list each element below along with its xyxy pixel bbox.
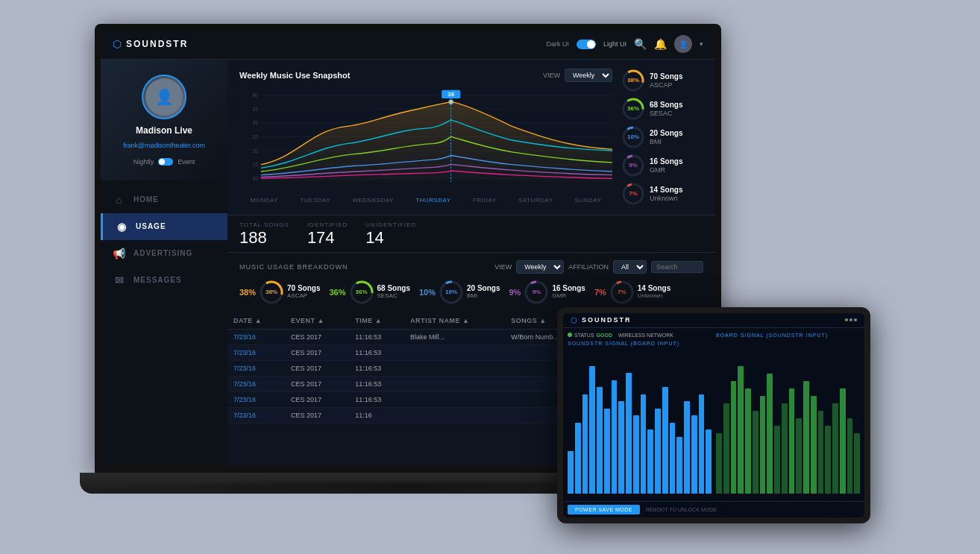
- chart-main: Weekly Music Use Snapshot VIEW Weekly: [239, 69, 612, 206]
- bd-ring-ascap: 38%: [259, 280, 284, 305]
- chart-canvas: 40 35 30 25 20 15 10: [239, 88, 612, 192]
- chart-section: Weekly Music Use Snapshot VIEW Weekly: [227, 60, 715, 215]
- bar-10: [633, 415, 639, 494]
- col-time[interactable]: TIME ▲: [349, 312, 404, 330]
- notifications-icon[interactable]: 🔔: [654, 38, 667, 50]
- sidebar-item-label-usage: USAGE: [136, 222, 166, 230]
- stat-pct-bmi: 10%: [621, 125, 645, 149]
- bd-info-sesac: 68 Songs SESAC: [377, 285, 410, 299]
- bd-ring-bmi: 10%: [439, 280, 464, 305]
- logo-area: ⬡ SOUNDSTR: [113, 38, 188, 50]
- bar-15: [670, 423, 676, 494]
- bd-pct-unknown: 7%: [594, 288, 606, 297]
- sidebar-item-messages[interactable]: ✉ MESSAGES: [101, 267, 227, 294]
- rbar-15: [818, 411, 824, 494]
- sidebar-item-usage[interactable]: ◉ USAGE: [101, 213, 227, 240]
- tablet-left: STATUS GOOD WIRELESS NETWORK SOUNDSTR SI…: [568, 333, 712, 497]
- tablet-nav: ⬡ SOUNDSTR: [563, 313, 864, 328]
- rbar-13: [803, 381, 809, 494]
- breakdown-bmi: 10% 10% 20 Song: [419, 280, 500, 305]
- sidebar-item-advertising[interactable]: 📢 ADVERTISING: [101, 240, 227, 267]
- stat-org-sesac: SESAC: [650, 110, 682, 117]
- breakdown-controls: VIEW Weekly AFFILIATION All: [494, 260, 703, 274]
- breakdown-search[interactable]: [651, 261, 703, 273]
- profile-avatar: 👤: [142, 75, 186, 119]
- breakdown-title: MUSIC USAGE BREAKDOWN: [239, 263, 489, 271]
- bd-ring-sesac: 36%: [349, 280, 374, 305]
- stat-songs-sesac: 68 Songs: [650, 101, 682, 109]
- rbar-12: [796, 418, 802, 494]
- bd-songs-unknown: 14 Songs: [638, 285, 670, 292]
- stat-sesac: 36% 68 Songs SESAC: [621, 97, 703, 121]
- breakdown-view-select[interactable]: Weekly: [516, 260, 564, 274]
- theme-toggle[interactable]: [577, 40, 596, 49]
- rbar-5: [745, 388, 751, 494]
- stat-info-sesac: 68 Songs SESAC: [650, 101, 682, 117]
- status-label: STATUS: [574, 333, 594, 338]
- rbar-9: [774, 426, 780, 493]
- total-songs-label: TOTAL SONGS: [239, 221, 289, 228]
- breakdown-gmr: 9% 9% 16 Songs: [509, 280, 585, 305]
- bd-songs-sesac: 68 Songs: [377, 285, 410, 292]
- avatar[interactable]: 👤: [674, 35, 692, 53]
- profile-email: frank@madisontheater.com: [123, 142, 205, 149]
- sidebar-item-label-home: HOME: [134, 195, 159, 204]
- bar-8: [618, 401, 624, 494]
- rbar-20: [854, 433, 860, 493]
- light-ui-label: Light UI: [603, 40, 626, 48]
- bd-info-gmr: 16 Songs GMR: [552, 285, 585, 299]
- chart-title: Weekly Music Use Snapshot: [239, 71, 350, 80]
- svg-text:25: 25: [253, 134, 259, 139]
- col-event[interactable]: EVENT ▲: [285, 312, 349, 330]
- view-control: VIEW Weekly: [543, 69, 612, 82]
- messages-icon: ✉: [113, 274, 126, 286]
- view-select[interactable]: Weekly: [565, 69, 612, 82]
- stat-pct-ascap: 38%: [621, 69, 645, 92]
- stats-sidebar: 38% 70 Songs ASCAP: [621, 69, 703, 206]
- x-label-thu: THURSDAY: [415, 197, 450, 204]
- bd-ring-unknown: 7%: [609, 280, 635, 305]
- tablet-brand: SOUNDSTR: [582, 316, 841, 324]
- chart-svg: 40 35 30 25 20 15 10: [239, 88, 612, 192]
- avatar-image: 👤: [145, 78, 183, 116]
- unidentified-songs: UNIDENTIFIED 14: [365, 221, 416, 246]
- sidebar-item-home[interactable]: ⌂ HOME: [101, 186, 227, 213]
- svg-text:40: 40: [253, 92, 259, 98]
- stat-info-bmi: 20 Songs BMI: [650, 129, 682, 145]
- stat-unknown: 7% 14 Songs Unknown: [621, 182, 703, 206]
- bar-20: [706, 429, 712, 494]
- search-icon[interactable]: 🔍: [634, 38, 647, 50]
- rbar-10: [782, 403, 788, 494]
- identified-label: IDENTIFIED: [307, 221, 348, 228]
- status-good: STATUS GOOD: [568, 333, 612, 338]
- bd-pct-overlay-gmr: 9%: [524, 280, 549, 305]
- bd-songs-bmi: 20 Songs: [467, 285, 500, 292]
- stat-pct-gmr: 9%: [621, 154, 645, 177]
- bd-org-gmr: GMR: [552, 292, 585, 299]
- breakdown-items: 38% 38% 70 Song: [239, 280, 703, 305]
- bd-pct-bmi: 10%: [419, 288, 436, 297]
- rbar-19: [847, 418, 853, 494]
- x-label-mon: MONDAY: [251, 197, 279, 204]
- stat-org-gmr: GMR: [650, 166, 682, 174]
- dark-ui-label: Dark UI: [546, 40, 569, 48]
- stat-ring-sesac: 36%: [621, 97, 645, 121]
- stat-pct-unknown: 7%: [621, 182, 645, 206]
- tablet-status-row: STATUS GOOD WIRELESS NETWORK: [568, 333, 712, 338]
- col-artist[interactable]: ARTIST NAME ▲: [404, 312, 505, 330]
- power-save-button[interactable]: POWER SAVE MODE: [568, 505, 640, 514]
- sidebar-item-label-messages: MESSAGES: [134, 276, 182, 284]
- top-navigation: ⬡ SOUNDSTR Dark UI Light UI 🔍 🔔: [101, 30, 715, 60]
- user-chevron[interactable]: ▾: [700, 40, 703, 48]
- affiliation-label: AFFILIATION: [568, 263, 609, 271]
- affiliation-select[interactable]: All: [613, 260, 647, 274]
- signal-right-title: BOARD SIGNAL (SOUNDSTR INPUT): [716, 333, 860, 338]
- status-dot-gray2: [854, 318, 857, 321]
- profile-toggle[interactable]: Nightly Event: [134, 158, 195, 166]
- unlock-label: REBOOT TO UNLOCK MODE: [646, 507, 717, 512]
- totals-bar: TOTAL SONGS 188 IDENTIFIED 174 UNIDENTIF…: [227, 215, 715, 252]
- tablet-body: ⬡ SOUNDSTR STATUS: [557, 307, 870, 523]
- rbar-6: [753, 411, 758, 494]
- col-date[interactable]: DATE ▲: [227, 312, 285, 330]
- x-label-sat: SATURDAY: [518, 197, 553, 204]
